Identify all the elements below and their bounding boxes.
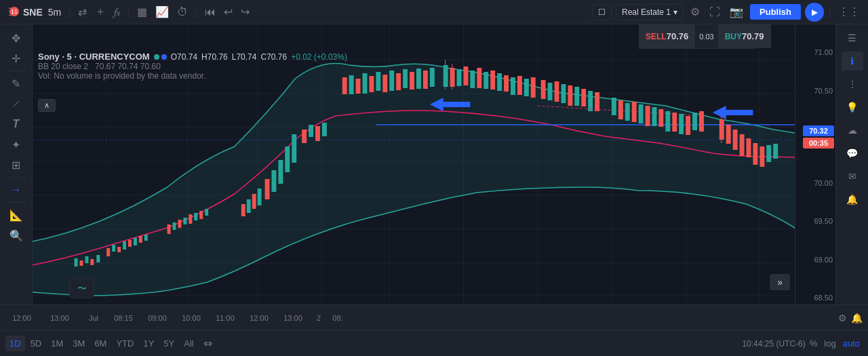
- settings-icon[interactable]: ⚙: [688, 3, 703, 21]
- svg-rect-104: [672, 113, 677, 132]
- lightbulb-icon[interactable]: 💡: [842, 98, 863, 117]
- svg-rect-41: [247, 199, 251, 213]
- collapse-button[interactable]: ∧: [38, 99, 56, 112]
- alert-time-icon[interactable]: 🔔: [851, 313, 863, 323]
- tf-all[interactable]: All: [180, 336, 197, 351]
- tf-1m[interactable]: 1M: [47, 336, 67, 351]
- svg-rect-50: [309, 125, 313, 137]
- svg-rect-91: [588, 91, 593, 111]
- buy-side[interactable]: BUY 70.79: [718, 24, 771, 48]
- line-tool[interactable]: ⟋: [5, 94, 27, 113]
- tf-1y[interactable]: 1Y: [139, 336, 158, 351]
- time-label-0900: 09:00: [141, 314, 174, 322]
- tf-6m[interactable]: 6M: [90, 336, 111, 351]
- text-tool[interactable]: T: [5, 115, 27, 134]
- chart-area[interactable]: SELL 70.76 0.03 BUY 70.79 Sony · 5 · CUR…: [33, 24, 795, 304]
- svg-rect-27: [123, 241, 126, 250]
- formula-icon[interactable]: 𝑓x: [111, 3, 123, 21]
- symbol-label[interactable]: SNE: [23, 7, 43, 18]
- svg-rect-108: [699, 111, 704, 132]
- svg-text:〜: 〜: [77, 283, 87, 294]
- arrow-tool[interactable]: →: [5, 180, 27, 199]
- svg-rect-102: [658, 109, 663, 127]
- alerts-list-icon[interactable]: ⋮: [842, 75, 863, 94]
- ruler-tool[interactable]: 📐: [5, 205, 27, 224]
- tf-1d[interactable]: 1D: [5, 336, 25, 351]
- info-icon[interactable]: ℹ: [842, 52, 863, 71]
- sep4: [829, 5, 830, 19]
- notification-wrap[interactable]: ☰ 11: [5, 5, 20, 18]
- chat-icon[interactable]: 💬: [842, 144, 863, 163]
- cursor-tool[interactable]: ✥: [5, 28, 27, 47]
- pct-btn[interactable]: %: [807, 336, 821, 351]
- log-btn[interactable]: log: [821, 336, 838, 351]
- bar-type-icon[interactable]: ▦: [134, 3, 150, 21]
- pattern-tool[interactable]: ⊞: [5, 155, 27, 174]
- timeframe-label[interactable]: 5m: [48, 7, 61, 18]
- sell-side[interactable]: SELL 70.76: [639, 24, 695, 48]
- svg-rect-23: [96, 255, 100, 262]
- price-70-50: 70.50: [795, 87, 835, 95]
- tf-5d[interactable]: 5D: [26, 336, 46, 351]
- message-icon[interactable]: ✉: [842, 167, 863, 186]
- right-toolbar: ☰ ℹ ⋮ 💡 ☁ 💬 ✉ 🔔: [835, 24, 868, 304]
- tf-5y[interactable]: 5Y: [159, 336, 178, 351]
- cross-tool[interactable]: ✛: [5, 49, 27, 68]
- left-toolbar: ✥ ✛ ✎ ⟋ T ✦ ⊞ → 📐 🔍: [0, 24, 33, 304]
- svg-rect-92: [595, 92, 599, 111]
- panel-icon[interactable]: ⋮⋮: [835, 3, 863, 21]
- chart-type-icon[interactable]: 📈: [153, 3, 172, 21]
- svg-rect-38: [199, 211, 203, 219]
- svg-rect-81: [517, 76, 522, 95]
- svg-rect-30: [139, 236, 142, 243]
- undo-icon[interactable]: ↩: [221, 3, 235, 21]
- auto-btn[interactable]: auto: [840, 336, 863, 351]
- svg-rect-43: [258, 189, 262, 205]
- watchlist-icon[interactable]: ☰: [842, 28, 863, 47]
- svg-rect-111: [726, 125, 731, 144]
- real-estate-btn[interactable]: Real Estate 1 ▾: [616, 4, 684, 20]
- svg-rect-105: [679, 114, 684, 134]
- clock-icon[interactable]: ⏱: [174, 3, 191, 21]
- redo-icon[interactable]: ↪: [238, 3, 252, 21]
- svg-rect-86: [555, 81, 559, 102]
- date-range-btn[interactable]: ⇔: [199, 334, 216, 353]
- svg-rect-87: [561, 84, 566, 103]
- svg-rect-106: [686, 116, 690, 135]
- play-button[interactable]: ▶: [805, 3, 824, 22]
- cloud-icon[interactable]: ☁: [842, 121, 863, 140]
- svg-rect-62: [396, 73, 401, 90]
- sep1: [69, 5, 70, 19]
- add-indicator-icon[interactable]: ＋: [92, 2, 108, 22]
- svg-rect-96: [618, 100, 623, 119]
- rewind-icon[interactable]: ⏮: [202, 3, 218, 21]
- settings-time-icon[interactable]: ⚙: [838, 313, 847, 323]
- watchlist-btn[interactable]: ☐: [592, 4, 612, 20]
- svg-rect-89: [574, 87, 579, 106]
- fullscreen-icon[interactable]: ⛶: [707, 3, 723, 21]
- tf-ytd[interactable]: YTD: [112, 336, 138, 351]
- compare-icon[interactable]: ⇄: [75, 3, 90, 21]
- shape-tool[interactable]: ✦: [5, 135, 27, 154]
- svg-rect-47: [285, 146, 290, 172]
- pencil-tool[interactable]: ✎: [5, 74, 27, 93]
- bell-icon[interactable]: 🔔: [842, 190, 863, 209]
- sep2: [128, 5, 129, 19]
- tf-3m[interactable]: 3M: [68, 336, 89, 351]
- time-label-2: 2: [311, 314, 327, 322]
- svg-rect-98: [632, 102, 637, 122]
- price-68-50: 68.50: [795, 294, 835, 302]
- vol-line: Vol: No volume is provided by the data v…: [38, 71, 347, 81]
- svg-rect-48: [292, 134, 296, 163]
- svg-rect-40: [241, 204, 245, 216]
- svg-rect-66: [423, 71, 428, 89]
- tool-sep-3: [7, 202, 26, 203]
- screenshot-icon[interactable]: 📷: [727, 3, 746, 21]
- svg-rect-45: [271, 170, 276, 192]
- svg-rect-58: [369, 76, 374, 92]
- svg-text:»: »: [777, 277, 783, 288]
- svg-rect-73: [463, 66, 468, 85]
- svg-rect-44: [265, 179, 270, 199]
- publish-button[interactable]: Publish: [750, 4, 801, 20]
- zoom-tool[interactable]: 🔍: [5, 226, 27, 245]
